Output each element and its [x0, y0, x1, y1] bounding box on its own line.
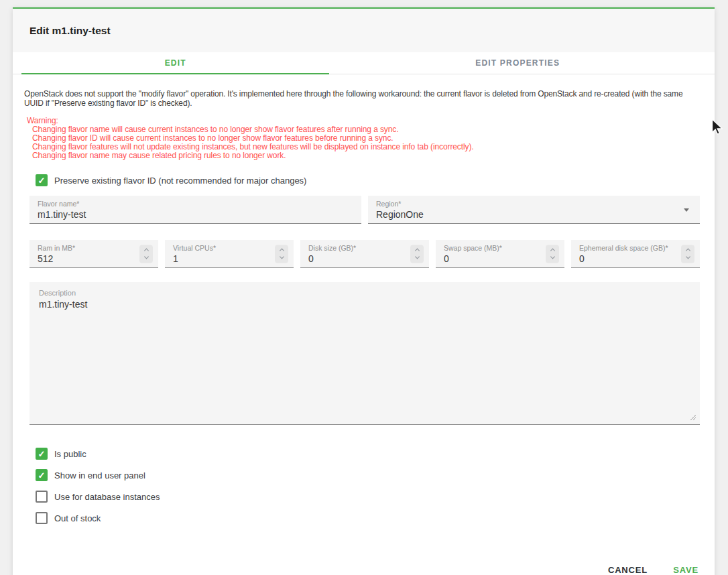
tab-bar: EDIT EDIT PROPERTIES [13, 52, 715, 74]
show-in-end-user-panel-label: Show in end user panel [54, 470, 145, 481]
out-of-stock-checkbox[interactable] [36, 512, 48, 524]
region-value[interactable]: RegionOne [368, 208, 700, 220]
out-of-stock-checkbox-row[interactable]: Out of stock [36, 512, 700, 524]
warning-block: Warning: Changing flavor name will cause… [27, 117, 700, 160]
workaround-info-text: OpenStack does not support the "modify f… [24, 90, 689, 108]
is-public-checkbox[interactable] [36, 448, 48, 460]
preserve-flavor-id-checkbox-row[interactable]: Preserve existing flavor ID (not recomme… [36, 174, 700, 186]
flavor-name-label: Flavor name* [29, 196, 361, 208]
flavor-options: Is public Show in end user panel Use for… [24, 448, 700, 524]
tab-edit[interactable]: EDIT [21, 52, 329, 74]
swap-space-stepper[interactable] [546, 245, 559, 263]
warning-line: Changing flavor name may cause related p… [32, 151, 700, 160]
is-public-checkbox-row[interactable]: Is public [36, 448, 700, 460]
resize-handle-icon[interactable] [689, 413, 696, 421]
ram-field[interactable]: Ram in MB* 512 [29, 240, 158, 268]
dropdown-caret-icon[interactable] [684, 208, 689, 212]
vcpus-field[interactable]: Virtual CPUs* 1 [165, 240, 294, 268]
tab-edit-properties[interactable]: EDIT PROPERTIES [329, 52, 706, 74]
flavor-name-value[interactable]: m1.tiny-test [29, 208, 361, 220]
description-value[interactable]: m1.tiny-test [29, 297, 700, 310]
flavor-name-field[interactable]: Flavor name* m1.tiny-test [29, 196, 361, 224]
preserve-flavor-id-checkbox[interactable] [36, 174, 48, 186]
out-of-stock-label: Out of stock [54, 513, 101, 523]
save-button[interactable]: SAVE [672, 560, 700, 575]
disk-size-field[interactable]: Disk size (GB)* 0 [300, 240, 429, 268]
swap-space-field[interactable]: Swap space (MB)* 0 [436, 240, 564, 268]
description-textarea[interactable]: Description m1.tiny-test [29, 282, 700, 425]
vcpus-stepper[interactable] [275, 245, 288, 263]
dialog-content: OpenStack does not support the "modify f… [13, 90, 715, 524]
show-in-end-user-panel-checkbox[interactable] [36, 469, 48, 481]
cancel-button[interactable]: CANCEL [607, 560, 649, 575]
dialog-header: Edit m1.tiny-test [13, 9, 715, 52]
dialog-footer: CANCEL SAVE [13, 560, 715, 575]
preserve-flavor-id-label: Preserve existing flavor ID (not recomme… [54, 176, 306, 186]
use-for-database-instances-label: Use for database instances [54, 492, 160, 502]
dialog-title: Edit m1.tiny-test [29, 25, 698, 37]
edit-flavor-dialog: Edit m1.tiny-test EDIT EDIT PROPERTIES O… [13, 7, 715, 575]
region-select[interactable]: Region* RegionOne [368, 196, 700, 224]
is-public-label: Is public [54, 449, 86, 459]
ephemeral-disk-field[interactable]: Ephemeral disk space (GB)* 0 [571, 240, 700, 268]
ram-stepper[interactable] [139, 245, 153, 263]
ephemeral-disk-stepper[interactable] [681, 245, 694, 263]
use-for-database-instances-checkbox-row[interactable]: Use for database instances [36, 491, 700, 503]
show-in-end-user-panel-checkbox-row[interactable]: Show in end user panel [36, 469, 700, 481]
region-label: Region* [368, 196, 700, 208]
use-for-database-instances-checkbox[interactable] [36, 491, 48, 503]
disk-size-stepper[interactable] [410, 245, 424, 263]
description-label: Description [29, 282, 700, 297]
